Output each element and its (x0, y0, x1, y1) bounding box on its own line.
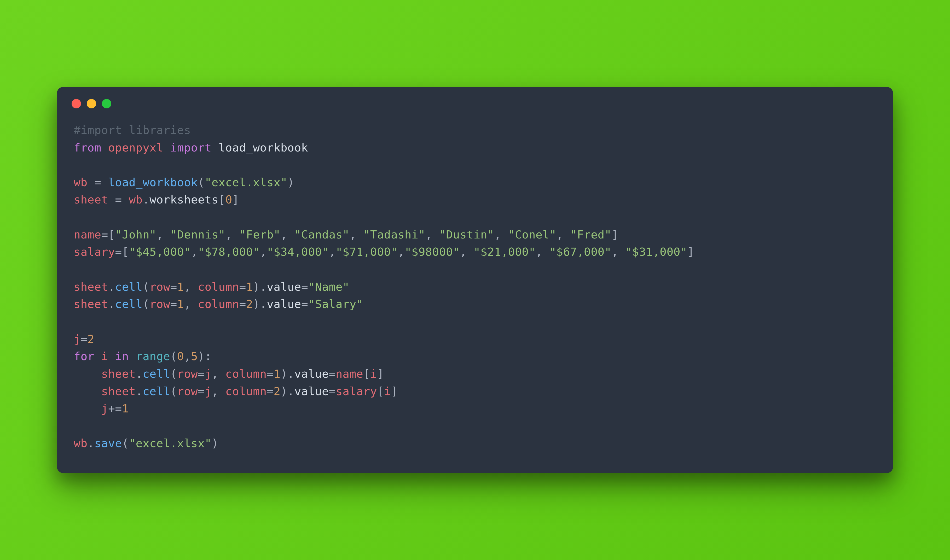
code-token-func: save (94, 437, 122, 450)
code-token-ident: sheet (74, 297, 108, 311)
code-token-string: "Name" (308, 280, 350, 293)
code-token-string: "excel.xlsx" (129, 437, 212, 450)
code-token-op: ) (287, 176, 294, 189)
code-token-default (74, 385, 102, 398)
code-token-op: . (88, 437, 94, 450)
code-token-number: 1 (274, 367, 280, 380)
code-token-string: "$78,000" (198, 245, 260, 258)
code-token-number: 2 (88, 332, 94, 346)
code-token-string: "Fred" (570, 228, 611, 241)
code-token-default: value (294, 385, 329, 398)
code-token-op: = (170, 297, 177, 311)
code-token-op: : (205, 350, 211, 363)
code-token-ident: i (370, 367, 377, 380)
code-token-op: = (170, 280, 177, 293)
code-token-default: value (294, 367, 329, 380)
code-token-op: , (329, 245, 336, 258)
code-token-ident: row (177, 385, 198, 398)
code-token-op: , (611, 245, 625, 258)
code-token-op: , (350, 228, 363, 241)
code-token-default (74, 367, 102, 380)
code-token-op: = (267, 385, 274, 398)
code-token-op: = (239, 280, 246, 293)
code-token-ident: j (74, 332, 80, 346)
code-editor[interactable]: #import libraries from openpyxl import l… (57, 111, 893, 473)
code-token-ident: wb (74, 176, 88, 189)
code-token-op: , (260, 245, 267, 258)
code-token-builtin: range (136, 350, 170, 363)
code-token-op: . (136, 385, 143, 398)
minimize-icon[interactable] (87, 99, 96, 108)
code-token-default (94, 350, 101, 363)
code-token-func: cell (143, 385, 170, 398)
code-token-op: [ (219, 193, 225, 206)
code-token-string: "Conel" (508, 228, 556, 241)
code-token-ident: sheet (74, 280, 108, 293)
code-token-op: , (184, 350, 191, 363)
code-token-ident: name (74, 228, 102, 241)
code-token-op: ( (170, 385, 177, 398)
code-token-op: = (198, 367, 205, 380)
code-token-number: 1 (177, 297, 184, 311)
code-token-op: , (184, 297, 198, 311)
code-token-op: = (198, 385, 205, 398)
code-token-op: = (329, 367, 336, 380)
code-token-op: ] (611, 228, 618, 241)
code-token-func: cell (143, 367, 170, 380)
code-token-op: , (494, 228, 508, 241)
code-token-number: 0 (225, 193, 232, 206)
code-token-ident: salary (74, 245, 115, 258)
zoom-icon[interactable] (102, 99, 111, 108)
code-token-op: += (108, 402, 122, 415)
code-token-number: 2 (274, 385, 280, 398)
code-token-string: "John" (115, 228, 156, 241)
code-token-op: ). (280, 367, 294, 380)
code-token-ident: wb (74, 437, 88, 450)
code-token-op: , (398, 245, 405, 258)
code-token-default (129, 350, 135, 363)
code-token-string: "excel.xlsx" (205, 176, 287, 189)
code-token-op: ] (687, 245, 694, 258)
code-token-string: "$67,000" (550, 245, 612, 258)
code-token-op: = (80, 332, 87, 346)
code-token-op: ) (212, 437, 219, 450)
code-token-string: "Candas" (294, 228, 350, 241)
code-token-op: ] (377, 367, 384, 380)
code-token-ident: j (102, 402, 108, 415)
code-token-default (108, 193, 115, 206)
code-token-op: . (108, 280, 115, 293)
code-token-op: ( (143, 280, 149, 293)
code-token-ident: row (149, 280, 170, 293)
code-token-default (163, 141, 170, 154)
code-token-ident: sheet (74, 193, 108, 206)
code-token-op: ( (170, 367, 177, 380)
code-token-string: "Dennis" (170, 228, 225, 241)
code-token-ident: column (225, 385, 267, 398)
code-token-op: ( (143, 297, 149, 311)
code-token-default (74, 402, 102, 415)
code-token-ident: j (205, 367, 211, 380)
code-token-op: ] (391, 385, 398, 398)
code-token-string: "Dustin" (439, 228, 494, 241)
code-token-op: . (136, 367, 143, 380)
code-token-op: = (239, 297, 246, 311)
code-token-keyword: in (115, 350, 129, 363)
code-token-op: =[ (102, 228, 115, 241)
code-token-string: "Ferb" (239, 228, 280, 241)
code-token-op: , (425, 228, 439, 241)
code-token-op: , (280, 228, 294, 241)
code-token-op: = (301, 297, 308, 311)
close-icon[interactable] (72, 99, 81, 108)
code-token-op: = (267, 367, 274, 380)
code-token-op: ( (122, 437, 129, 450)
code-token-op: , (225, 228, 239, 241)
code-token-op: = (329, 385, 336, 398)
code-token-string: "$31,000" (625, 245, 687, 258)
code-token-op: . (108, 297, 115, 311)
code-token-ident: sheet (102, 367, 136, 380)
code-window: #import libraries from openpyxl import l… (57, 87, 893, 473)
code-token-default (122, 193, 129, 206)
code-token-number: 1 (177, 280, 184, 293)
code-token-string: "$98000" (405, 245, 460, 258)
code-token-op: ). (253, 297, 267, 311)
